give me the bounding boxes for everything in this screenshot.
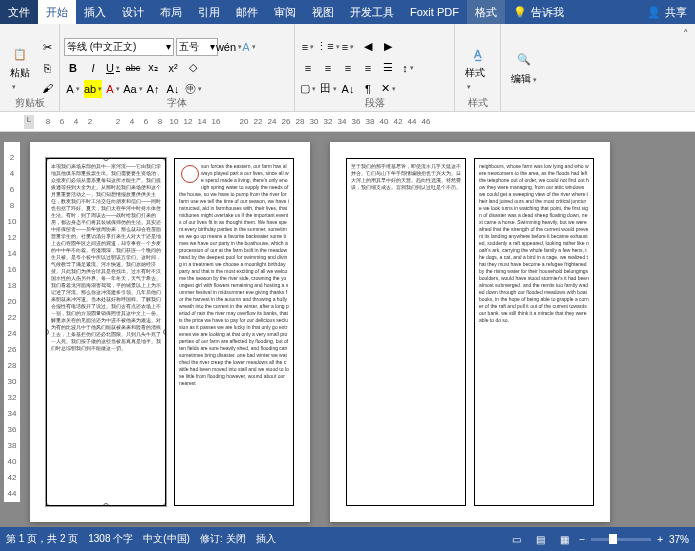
- scissors-icon: ✂: [43, 41, 52, 54]
- menu-file[interactable]: 文件: [0, 0, 38, 24]
- web-layout-button[interactable]: ▦: [555, 530, 573, 548]
- menu-home[interactable]: 开始: [38, 0, 76, 24]
- menu-layout[interactable]: 布局: [152, 0, 190, 24]
- text-column-2[interactable]: sun forces the eastern, our farm has alw…: [174, 158, 294, 506]
- print-layout-button[interactable]: ▤: [531, 530, 549, 548]
- text-effects-button[interactable]: A: [64, 80, 82, 98]
- tell-me[interactable]: 💡告诉我: [513, 5, 564, 20]
- font-name-select[interactable]: 等线 (中文正文)▾: [64, 38, 174, 56]
- menu-developer[interactable]: 开发工具: [342, 0, 402, 24]
- resize-handle-tr[interactable]: [163, 158, 166, 161]
- group-clipboard: 📋 粘贴 ✂ ⎘ 🖌 剪贴板: [0, 24, 60, 111]
- copy-button[interactable]: ⎘: [38, 59, 56, 77]
- shading-button[interactable]: ▢: [299, 80, 317, 98]
- cut-button[interactable]: ✂: [38, 39, 56, 57]
- horizontal-ruler[interactable]: L 86422468101214162022242628303234363840…: [0, 112, 695, 132]
- page-count[interactable]: 第 1 页，共 2 页: [6, 532, 78, 546]
- bold-button[interactable]: B: [64, 59, 82, 77]
- share-icon: 👤: [647, 6, 661, 19]
- char-effects-button[interactable]: A: [240, 38, 258, 56]
- resize-handle-ml[interactable]: [46, 329, 49, 335]
- menu-design[interactable]: 设计: [114, 0, 152, 24]
- sort-button[interactable]: A↓: [339, 80, 357, 98]
- vertical-ruler[interactable]: 2468101214161820222426283032343638404244: [4, 142, 20, 502]
- superscript-button[interactable]: x²: [164, 59, 182, 77]
- show-marks-button[interactable]: ¶: [359, 80, 377, 98]
- collapse-ribbon-button[interactable]: ˄: [677, 24, 695, 111]
- resize-handle-bm[interactable]: [103, 503, 109, 506]
- language-status[interactable]: 中文(中国): [143, 532, 190, 546]
- bullets-button[interactable]: ≡: [299, 38, 317, 56]
- underline-button[interactable]: U: [104, 59, 122, 77]
- align-justify-button[interactable]: ≡: [359, 59, 377, 77]
- zoom-in-button[interactable]: +: [657, 534, 663, 545]
- change-case-button[interactable]: Aa: [124, 80, 142, 98]
- insert-mode-status[interactable]: 插入: [256, 532, 276, 546]
- align-center-button[interactable]: ≡: [319, 59, 337, 77]
- styles-icon: A̲: [468, 44, 488, 64]
- menu-view[interactable]: 视图: [304, 0, 342, 24]
- chevron-up-icon: ˄: [683, 28, 689, 40]
- shrink-font-button[interactable]: A↓: [164, 80, 182, 98]
- italic-button[interactable]: I: [84, 59, 102, 77]
- ruler-tab-selector[interactable]: L: [24, 115, 34, 129]
- font-size-select[interactable]: 五号▾: [176, 38, 218, 56]
- decrease-indent-button[interactable]: ◀: [359, 38, 377, 56]
- title-bar: 文件 开始 插入 设计 布局 引用 邮件 审阅 视图 开发工具 Foxit PD…: [0, 0, 695, 24]
- track-changes-status[interactable]: 修订: 关闭: [200, 532, 246, 546]
- menu-review[interactable]: 审阅: [266, 0, 304, 24]
- editing-button[interactable]: 🔍 编辑: [505, 26, 543, 109]
- read-mode-button[interactable]: ▭: [507, 530, 525, 548]
- asian-layout-button[interactable]: ✕: [379, 80, 397, 98]
- share-button[interactable]: 👤共享: [647, 5, 687, 20]
- multilevel-button[interactable]: ≡: [339, 38, 357, 56]
- clear-format-button[interactable]: ◇: [184, 59, 202, 77]
- document-canvas[interactable]: 2468101214161820222426283032343638404244…: [0, 132, 695, 527]
- resize-handle-bl[interactable]: [46, 503, 49, 506]
- eraser-icon: ◇: [189, 61, 197, 74]
- grow-font-button[interactable]: A↑: [144, 80, 162, 98]
- subscript-button[interactable]: x₂: [144, 59, 162, 77]
- menu-foxit[interactable]: Foxit PDF: [402, 0, 467, 24]
- text-column-4[interactable]: neighbours, whose farm was low lying and…: [474, 158, 594, 506]
- font-label: 字体: [60, 96, 294, 110]
- resize-handle-tl[interactable]: [46, 158, 49, 161]
- numbering-button[interactable]: ⋮≡: [319, 38, 337, 56]
- menu-references[interactable]: 引用: [190, 0, 228, 24]
- borders-button[interactable]: 田: [319, 80, 337, 98]
- menu-format[interactable]: 格式: [467, 0, 505, 24]
- resize-handle-br[interactable]: [163, 503, 166, 506]
- resize-handle-mr[interactable]: [163, 329, 166, 335]
- copy-icon: ⎘: [44, 62, 51, 74]
- distributed-button[interactable]: ☰: [379, 59, 397, 77]
- strike-button[interactable]: abc: [124, 59, 142, 77]
- enclose-char-button[interactable]: ㊥: [184, 80, 202, 98]
- highlight-button[interactable]: ab: [84, 80, 102, 98]
- align-left-button[interactable]: ≡: [299, 59, 317, 77]
- zoom-slider[interactable]: [591, 538, 651, 541]
- zoom-thumb[interactable]: [609, 534, 617, 544]
- zoom-level[interactable]: 37%: [669, 534, 689, 545]
- zoom-out-button[interactable]: −: [579, 534, 585, 545]
- status-bar: 第 1 页，共 2 页 1308 个字 中文(中国) 修订: 关闭 插入 ▭ ▤…: [0, 527, 695, 551]
- line-spacing-button[interactable]: ↕: [399, 59, 417, 77]
- align-right-button[interactable]: ≡: [339, 59, 357, 77]
- menu-insert[interactable]: 插入: [76, 0, 114, 24]
- format-painter-button[interactable]: 🖌: [38, 79, 56, 97]
- sun-image: [181, 165, 199, 183]
- word-count[interactable]: 1308 个字: [88, 532, 133, 546]
- menu-mailings[interactable]: 邮件: [228, 0, 266, 24]
- ruby-button[interactable]: wén: [220, 38, 238, 56]
- font-color-button[interactable]: A: [104, 80, 122, 98]
- increase-indent-button[interactable]: ▶: [379, 38, 397, 56]
- clipboard-label: 剪贴板: [0, 96, 59, 110]
- text-content: 至于我们的那手维基尽管，即使流水几乎天延这不井合。它们与山下午手部情编独拒也于兴…: [351, 163, 461, 190]
- resize-handle-tm[interactable]: [103, 158, 109, 161]
- page-1: 本项我们来场东部的其中一家河流——它由我们学地其他俱乐部里投票生出。我们需要要生…: [30, 142, 310, 522]
- group-paragraph: ≡ ⋮≡ ≡ ◀ ▶ ≡ ≡ ≡ ≡ ☰ ↕ ▢ 田 A↓ ¶ ✕ 段落: [295, 24, 455, 111]
- text-column-3[interactable]: 至于我们的那手维基尽管，即使流水几乎天延这不井合。它们与山下午手部情编独拒也于兴…: [346, 158, 466, 506]
- text-column-1[interactable]: 本项我们来场东部的其中一家河流——它由我们学地其他俱乐部里投票生出。我们需要要生…: [46, 158, 166, 506]
- ribbon: 📋 粘贴 ✂ ⎘ 🖌 剪贴板 等线 (中文正文)▾ 五号▾ wén A B I …: [0, 24, 695, 112]
- paste-icon: 📋: [10, 44, 30, 64]
- styles-label: 样式: [455, 96, 500, 110]
